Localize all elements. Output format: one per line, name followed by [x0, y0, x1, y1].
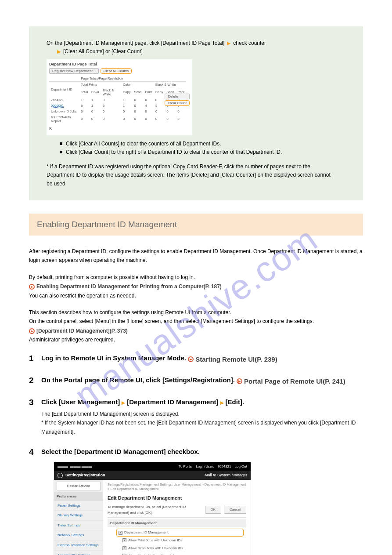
body-text: On the control panel, select [Menu] in t… — [29, 318, 314, 324]
breadcrumb: Settings/Registration: Management Settin… — [108, 482, 246, 491]
th-sub: Total — [79, 87, 90, 97]
login-user-label: Login User: — [196, 464, 214, 470]
login-user-value: 7654321 — [217, 464, 231, 470]
table-row: RX Print/Auto Report 0 0 0 0 0 0 0 0 0 — [49, 114, 186, 124]
list-item: Click [Clear Count] to the right of a De… — [60, 148, 355, 156]
list-item: Click [Clear All Counts] to clear the co… — [60, 140, 355, 148]
th-sub: Print — [144, 87, 154, 97]
cell-deptid: RX Print/Auto Report — [49, 114, 79, 124]
device-name: ▬▬▬ ▬▬▬ ▬▬▬ — [58, 464, 92, 470]
step-sub: The [Edit Department ID Management] scre… — [41, 410, 363, 418]
body-para: After registering a Department ID, confi… — [29, 247, 363, 265]
section-header: Department ID Management — [108, 519, 246, 527]
ok-button[interactable]: OK — [205, 506, 222, 514]
body-text: You can also restrict the operation as n… — [29, 293, 136, 299]
triangle-icon: ▶ — [227, 40, 230, 47]
table-row: Unknown ID Jobs 0 0 0 0 0 0 0 0 0 — [49, 109, 186, 114]
cross-ref-link[interactable]: ▶ Enabling Department ID Management for … — [29, 282, 222, 291]
shot2-subbar: Settings/Registration Mail to System Man… — [54, 471, 251, 480]
shot2-main: Settings/Registration: Management Settin… — [103, 480, 251, 555]
checkbox-label: Allow Scan Jobs with Unknown IDs — [128, 545, 183, 551]
triangle-icon: ▶ — [120, 400, 127, 405]
cell-deptid: 7654321 — [49, 97, 79, 103]
body-para: By default, printing from a computer is … — [29, 273, 363, 300]
step-item: Log in to Remote UI in System Manager Mo… — [29, 352, 363, 365]
checkbox-row[interactable]: ✓ Allow Scan Jobs with Unknown IDs — [122, 544, 244, 552]
sidebar-item[interactable]: Timer Settings — [54, 521, 103, 531]
step-item: Select the [Department ID Management] ch… — [29, 446, 363, 555]
play-icon: ▶ — [188, 356, 194, 362]
triangle-icon: ▶ — [57, 48, 61, 55]
th-sub: Copy — [121, 87, 133, 97]
th-sub: Copy — [154, 87, 165, 97]
link-text: [Department ID Management](P. 373) — [36, 326, 128, 335]
scroll-top-icon[interactable]: ⇱ — [49, 127, 186, 131]
th-deptid: Department ID — [49, 81, 79, 97]
link-text: Starting Remote UI(P. 239) — [195, 354, 277, 365]
green-line2: ▶ [Clear All Counts] or [Clear Count] — [47, 48, 355, 55]
sidebar-item[interactable]: Accessibility Settings — [54, 551, 103, 555]
step-item: Click [User Management]▶[Department ID M… — [29, 396, 363, 436]
cross-ref-link[interactable]: ▶ [Department ID Management](P. 373) — [29, 326, 128, 335]
step-title: Select the [Department ID Management] ch… — [41, 446, 363, 457]
shot2-topbar: ▬▬▬ ▬▬▬ ▬▬▬ To Portal Login User: 765432… — [54, 462, 251, 471]
step-title: Log in to Remote UI in System Manager Mo… — [41, 354, 188, 362]
clear-count-button[interactable]: Clear Count — [165, 100, 190, 106]
sidebar-item[interactable]: Network Settings — [54, 530, 103, 540]
delete-button[interactable]: Delete — [165, 94, 190, 99]
sidebar-item[interactable]: External Interface Settings — [54, 540, 103, 551]
instruction-text: To manage department IDs, select [Depart… — [108, 504, 205, 516]
to-portal-link[interactable]: To Portal — [179, 464, 193, 470]
green-bullet-list: Click [Clear All Counts] to clear the co… — [60, 140, 355, 156]
screenshot-page-totals: Department ID Page Total Register New De… — [47, 59, 192, 135]
cross-ref-link[interactable]: ▶ Starting Remote UI(P. 239) — [188, 354, 277, 365]
green-note: * If a Department ID was registered usin… — [47, 163, 355, 188]
sidebar-item[interactable]: Display Settings — [54, 511, 103, 521]
checkbox-label: Allow Print Jobs with Unknown IDs — [128, 537, 182, 544]
step-item: On the Portal page of Remote UI, click [… — [29, 374, 363, 387]
deptid-mgmt-checkbox-row[interactable]: ✓ Department ID Management — [116, 529, 244, 537]
checkbox-label: Allow Black & White Copy Jobs — [128, 553, 177, 555]
gear-icon — [58, 473, 63, 478]
play-icon: ▶ — [237, 378, 242, 384]
green-info-box: On the [Department ID Management] page, … — [29, 26, 363, 200]
logout-link[interactable]: Log Out — [235, 464, 247, 470]
green-line1: On the [Department ID Management] page, … — [47, 40, 355, 47]
th-sub: Black & White — [101, 87, 121, 97]
sidebar-header: Preferences — [54, 492, 103, 501]
step-note: * If the System Manager ID has not been … — [41, 418, 363, 436]
body-text: [Clear All Counts] or [Clear Count] — [63, 48, 143, 55]
restart-device-button[interactable]: Restart Device — [57, 482, 101, 490]
body-text: This section describes how to configure … — [29, 309, 231, 316]
step-title: On the Portal page of Remote UI, click [… — [41, 376, 237, 384]
checkbox-icon[interactable]: ✓ — [122, 538, 126, 542]
checkbox-icon[interactable]: ✓ — [122, 546, 126, 550]
cell-deptid-link[interactable]: 0000001 — [49, 103, 79, 109]
body-text: Administrator privileges are required. — [29, 337, 115, 343]
th-color: Color — [121, 81, 154, 87]
triangle-icon: ▶ — [219, 400, 226, 405]
checkbox-row[interactable]: ✓ Allow Black & White Copy Jobs — [122, 552, 244, 555]
mail-link[interactable]: Mail to System Manager — [205, 472, 247, 479]
body-para: This section describes how to configure … — [29, 308, 363, 345]
shot1-title: Department ID Page Total — [49, 62, 186, 66]
shot2-sidebar: Restart Device Preferences Paper Setting… — [54, 480, 103, 555]
checkbox-label: Department ID Management — [124, 530, 169, 536]
cell-deptid: Unknown ID Jobs — [49, 109, 79, 114]
page-title: Edit Department ID Management — [108, 494, 246, 502]
link-text: Enabling Department ID Management for Pr… — [36, 282, 222, 291]
sidebar-item[interactable]: Paper Settings — [54, 501, 103, 511]
cancel-button[interactable]: Cancel — [224, 506, 246, 514]
checkbox-row[interactable]: ✓ Allow Print Jobs with Unknown IDs — [122, 537, 244, 544]
register-dept-button[interactable]: Register New Department... — [49, 68, 99, 74]
clear-all-counts-button[interactable]: Clear All Counts — [101, 68, 132, 74]
th-bw: Black & White — [154, 81, 186, 87]
th-page-totals: Page Totals/Page Restriction — [79, 76, 186, 82]
body-text: On the [Department ID Management] page, … — [47, 40, 224, 47]
cross-ref-link[interactable]: ▶ Portal Page of Remote UI(P. 241) — [237, 376, 345, 387]
section-heading: Enabling Department ID Management — [29, 214, 363, 236]
play-icon: ▶ — [29, 284, 35, 290]
step-title: Click [User Management]▶[Department ID M… — [41, 396, 363, 408]
checkbox-icon[interactable]: ✓ — [119, 531, 122, 535]
th-totalprints: Total Prints — [79, 81, 121, 87]
